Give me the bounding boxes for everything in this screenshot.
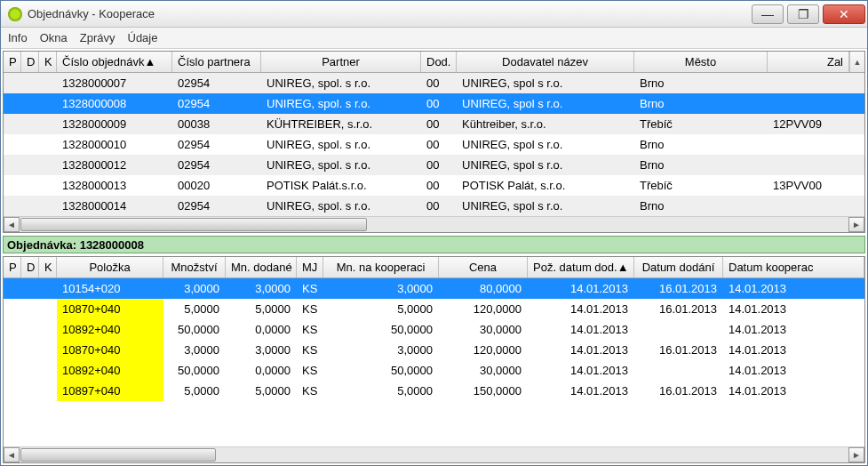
cell-zal xyxy=(768,73,849,93)
col2-koop[interactable]: Mn. na kooperaci xyxy=(323,257,439,277)
items-hscroll[interactable]: ◄ ► xyxy=(4,446,864,462)
cell-datdod: 16.01.2013 xyxy=(634,340,723,360)
table-row[interactable]: 132800001300020POTISK Palát.s.r.o.00POTI… xyxy=(4,175,864,196)
cell-datdod: 16.01.2013 xyxy=(634,278,723,299)
cell-cislo-obj: 1328000012 xyxy=(57,155,172,175)
menu-okna[interactable]: Okna xyxy=(40,31,68,44)
col2-p[interactable]: P xyxy=(4,257,21,277)
col2-datkoop[interactable]: Datum kooperac xyxy=(723,257,864,277)
cell-mesto: Brno xyxy=(634,93,768,114)
scroll-up-icon[interactable]: ▲ xyxy=(849,52,864,72)
scroll-thumb[interactable] xyxy=(20,448,216,462)
cell-datkoop: 14.01.2013 xyxy=(723,278,864,299)
scroll-left-icon[interactable]: ◄ xyxy=(4,217,20,232)
cell-dod: 00 xyxy=(421,114,457,134)
menu-zpravy[interactable]: Zprávy xyxy=(80,31,115,44)
col-mesto[interactable]: Město xyxy=(634,52,768,72)
col2-k[interactable]: K xyxy=(39,257,57,277)
cell-datkoop: 14.01.2013 xyxy=(723,319,864,340)
scroll-right-icon[interactable]: ► xyxy=(848,217,864,232)
col2-polozka[interactable]: Položka xyxy=(57,257,163,277)
menu-info[interactable]: Info xyxy=(8,31,28,44)
col-d[interactable]: D xyxy=(21,52,39,72)
col2-datdod[interactable]: Datum dodání xyxy=(634,257,723,277)
col2-dodane[interactable]: Mn. dodané xyxy=(226,257,297,277)
table-row[interactable]: 132800000802954UNIREG, spol. s r.o.00UNI… xyxy=(4,93,864,114)
col-dod[interactable]: Dod. xyxy=(421,52,457,72)
cell-polozka: 10870+040 xyxy=(57,340,163,360)
cell-mj: KS xyxy=(297,381,323,401)
table-row[interactable]: 132800001202954UNIREG, spol. s r.o.00UNI… xyxy=(4,155,864,175)
scroll-right-icon[interactable]: ► xyxy=(848,447,864,462)
cell-mj: KS xyxy=(297,360,323,381)
cell-dodane: 0,0000 xyxy=(226,319,297,340)
cell-cena: 120,0000 xyxy=(439,340,528,360)
table-row[interactable]: 10892+04050,00000,0000KS50,000030,000014… xyxy=(4,360,864,381)
col-zal[interactable]: Zal xyxy=(768,52,849,72)
cell-cislo-obj: 1328000007 xyxy=(57,73,172,93)
cell-mnozstvi: 5,0000 xyxy=(163,299,226,319)
table-row[interactable]: 132800000702954UNIREG, spol. s r.o.00UNI… xyxy=(4,73,864,93)
cell-dodavatel: UNIREG, spol s r.o. xyxy=(457,155,634,175)
cell-dodavatel: UNIREG, spol s r.o. xyxy=(457,73,634,93)
table-row[interactable]: 10154+0203,00003,0000KS3,000080,000014.0… xyxy=(4,278,864,299)
maximize-button[interactable]: ❐ xyxy=(787,4,819,24)
cell-mesto: Třebíč xyxy=(634,175,768,196)
menubar: Info Okna Zprávy Údaje xyxy=(1,28,867,49)
app-icon xyxy=(8,7,22,21)
cell-cena: 150,0000 xyxy=(439,381,528,401)
table-row[interactable]: 10897+0405,00005,0000KS5,0000150,000014.… xyxy=(4,381,864,401)
cell-zal xyxy=(768,134,849,155)
items-grid-body[interactable]: 10154+0203,00003,0000KS3,000080,000014.0… xyxy=(4,278,864,446)
cell-cislo-obj: 1328000008 xyxy=(57,93,172,114)
cell-mj: KS xyxy=(297,278,323,299)
table-row[interactable]: 10892+04050,00000,0000KS50,000030,000014… xyxy=(4,319,864,340)
cell-dodane: 3,0000 xyxy=(226,340,297,360)
col-cislo-part[interactable]: Číslo partnera xyxy=(172,52,261,72)
col2-cena[interactable]: Cena xyxy=(439,257,528,277)
orders-grid[interactable]: P D K Číslo objednávk▲ Číslo partnera Pa… xyxy=(3,51,865,233)
cell-datkoop: 14.01.2013 xyxy=(723,360,864,381)
orders-grid-header: P D K Číslo objednávk▲ Číslo partnera Pa… xyxy=(4,52,864,73)
col2-mnozstvi[interactable]: Množství xyxy=(163,257,226,277)
items-grid[interactable]: P D K Položka Množství Mn. dodané MJ Mn.… xyxy=(3,256,865,463)
cell-zal xyxy=(768,196,849,216)
titlebar[interactable]: Objednávky - Kooperace — ❐ ✕ xyxy=(1,1,867,28)
table-row[interactable]: 132800000900038KÜHTREIBER, s.r.o.00Kühtr… xyxy=(4,114,864,134)
menu-udaje[interactable]: Údaje xyxy=(128,31,158,44)
close-button[interactable]: ✕ xyxy=(823,4,865,24)
cell-koop: 50,0000 xyxy=(323,360,439,381)
cell-partner: KÜHTREIBER, s.r.o. xyxy=(261,114,421,134)
cell-partner: UNIREG, spol. s r.o. xyxy=(261,196,421,216)
cell-partner: UNIREG, spol. s r.o. xyxy=(261,134,421,155)
scroll-left-icon[interactable]: ◄ xyxy=(4,447,20,462)
cell-cislo-part: 00038 xyxy=(172,114,261,134)
col-partner[interactable]: Partner xyxy=(261,52,421,72)
col-k[interactable]: K xyxy=(39,52,57,72)
col-dodavatel[interactable]: Dodavatel název xyxy=(457,52,634,72)
cell-datdod: 16.01.2013 xyxy=(634,381,723,401)
table-row[interactable]: 132800001002954UNIREG, spol. s r.o.00UNI… xyxy=(4,134,864,155)
table-row[interactable]: 132800001402954UNIREG, spol. s r.o.00UNI… xyxy=(4,196,864,216)
scroll-thumb[interactable] xyxy=(20,218,367,231)
cell-partner: UNIREG, spol. s r.o. xyxy=(261,73,421,93)
table-row[interactable]: 10870+0405,00005,0000KS5,0000120,000014.… xyxy=(4,299,864,319)
cell-pozdat: 14.01.2013 xyxy=(528,319,634,340)
cell-mnozstvi: 3,0000 xyxy=(163,340,226,360)
orders-hscroll[interactable]: ◄ ► xyxy=(4,216,864,232)
col2-mj[interactable]: MJ xyxy=(297,257,323,277)
table-row[interactable]: 10870+0403,00003,0000KS3,0000120,000014.… xyxy=(4,340,864,360)
cell-koop: 3,0000 xyxy=(323,278,439,299)
col2-d[interactable]: D xyxy=(21,257,39,277)
scroll-track[interactable] xyxy=(20,447,848,462)
cell-cislo-obj: 1328000013 xyxy=(57,175,172,196)
col-cislo-obj[interactable]: Číslo objednávk▲ xyxy=(57,52,172,72)
orders-grid-body[interactable]: 132800000702954UNIREG, spol. s r.o.00UNI… xyxy=(4,73,864,216)
col2-pozdat[interactable]: Pož. datum dod.▲ xyxy=(528,257,634,277)
col-p[interactable]: P xyxy=(4,52,21,72)
cell-mnozstvi: 50,0000 xyxy=(163,319,226,340)
cell-cislo-part: 02954 xyxy=(172,155,261,175)
scroll-track[interactable] xyxy=(20,217,848,232)
cell-cena: 30,0000 xyxy=(439,319,528,340)
minimize-button[interactable]: — xyxy=(752,4,784,24)
